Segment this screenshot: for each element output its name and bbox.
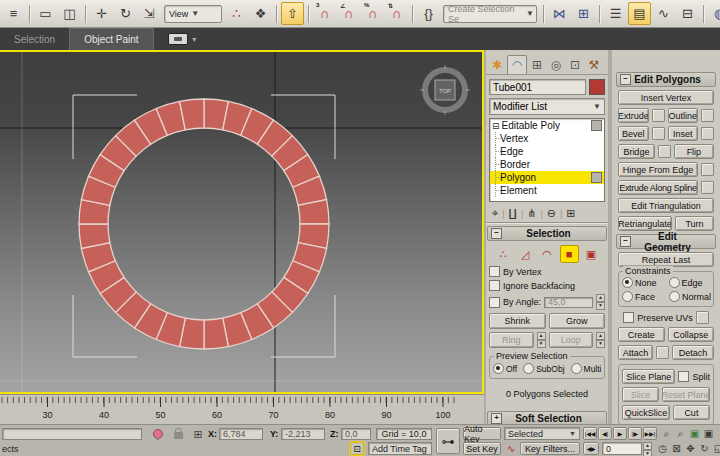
constraint-face-radio[interactable]	[622, 291, 633, 302]
key-filters-button[interactable]: Key Filters...	[520, 442, 580, 455]
selection-rollout-header[interactable]: − Selection	[487, 226, 607, 241]
stack-item-border[interactable]: Border	[490, 158, 604, 171]
current-frame-field[interactable]: 0	[602, 442, 642, 455]
pin-stack-icon[interactable]: ⌖	[492, 207, 498, 220]
object-color-swatch[interactable]	[589, 79, 605, 95]
frame-spinner[interactable]: ▲▼	[643, 442, 652, 456]
preserve-uvs-settings-icon[interactable]	[696, 311, 709, 324]
y-coordinate-field[interactable]: -2,213	[281, 428, 325, 440]
turn-button[interactable]: Turn	[675, 216, 714, 231]
new-key-default-in-out-tangents-icon[interactable]: ∿	[504, 442, 518, 455]
set-key-button[interactable]: Set Key	[463, 442, 501, 455]
use-center-flyout-icon[interactable]: ∴	[225, 2, 248, 25]
snap-toggle-3d-icon[interactable]: ∩3	[313, 2, 336, 25]
orbit-icon[interactable]: ↻	[698, 442, 711, 455]
edit-triangulation-button[interactable]: Edit Triangulation	[618, 198, 714, 213]
ribbon-tab-object-paint[interactable]: Object Paint	[69, 28, 153, 50]
extrude-button[interactable]: Extrude	[618, 108, 649, 123]
edit-named-selection-sets-icon[interactable]: {}	[417, 2, 440, 25]
bridge-button[interactable]: Bridge	[618, 144, 655, 159]
inset-button[interactable]: Inset	[668, 126, 699, 141]
layer-manager-icon[interactable]: ☰	[604, 2, 627, 25]
stack-item-polygon[interactable]: Polygon	[490, 171, 604, 184]
reset-plane-button[interactable]: Reset Plane	[662, 387, 710, 402]
vertex-subobject-icon[interactable]: ∴	[494, 245, 513, 263]
make-unique-icon[interactable]: ⋔	[527, 207, 536, 220]
select-by-name-icon[interactable]: ≡	[2, 2, 25, 25]
hinge-settings-icon[interactable]	[701, 163, 714, 176]
select-and-scale-icon[interactable]: ⇲	[138, 2, 161, 25]
set-keys-button[interactable]: ⊶	[436, 428, 460, 454]
bridge-settings-icon[interactable]	[658, 145, 671, 158]
previous-frame-button[interactable]: ◀|	[598, 427, 612, 440]
modify-tab[interactable]: ◠	[507, 55, 527, 74]
inset-settings-icon[interactable]	[701, 127, 714, 140]
select-and-rotate-icon[interactable]: ↻	[114, 2, 137, 25]
loop-button[interactable]: Loop	[549, 332, 594, 348]
zoom-region-icon[interactable]: ⊠	[670, 442, 683, 455]
bevel-button[interactable]: Bevel	[618, 126, 649, 141]
ring-button[interactable]: Ring	[489, 332, 534, 348]
extrude-along-spline-settings-icon[interactable]	[701, 181, 714, 194]
preview-multi-radio[interactable]	[571, 363, 582, 374]
ribbon-tab-selection[interactable]: Selection	[0, 28, 69, 50]
absolute-offset-mode-icon[interactable]: ⊞	[190, 427, 206, 441]
tube-object[interactable]	[79, 99, 329, 349]
extrude-along-spline-button[interactable]: Extrude Along Spline	[618, 180, 698, 195]
ignore-backfacing-checkbox[interactable]	[489, 280, 500, 291]
detach-button[interactable]: Detach	[672, 345, 714, 360]
curve-editor-icon[interactable]: ∿	[652, 2, 675, 25]
track-bar[interactable]: 30405060708090100	[0, 394, 484, 425]
preserve-uvs-checkbox[interactable]	[623, 312, 634, 323]
flip-button[interactable]: Flip	[674, 144, 714, 159]
border-subobject-icon[interactable]: ◠	[538, 245, 557, 263]
zoom-extents-icon[interactable]: ▣	[688, 427, 701, 440]
stack-item-editable-poly[interactable]: ⊟Editable Poly	[490, 119, 604, 132]
attach-settings-icon[interactable]	[656, 346, 669, 359]
preview-off-radio[interactable]	[493, 363, 504, 374]
edit-geometry-header[interactable]: − Edit Geometry	[616, 234, 716, 249]
window-crossing-toggle-icon[interactable]: ◫	[58, 2, 81, 25]
dialog-toggle-icon[interactable]: ⊡	[350, 442, 364, 455]
element-subobject-icon[interactable]: ▣	[582, 245, 601, 263]
constraint-none-radio[interactable]	[622, 277, 633, 288]
edit-polygons-header[interactable]: − Edit Polygons	[616, 72, 716, 87]
add-time-tag[interactable]: Add Time Tag	[368, 442, 432, 455]
auto-key-button[interactable]: Auto Key	[463, 427, 501, 440]
quickslice-button[interactable]: QuickSlice	[622, 405, 670, 420]
split-checkbox[interactable]	[678, 371, 689, 382]
motion-tab[interactable]: ◎	[547, 56, 565, 74]
display-tab[interactable]: ⊡	[566, 56, 584, 74]
cut-button[interactable]: Cut	[673, 405, 710, 420]
outline-button[interactable]: Outline	[668, 108, 699, 123]
by-angle-field[interactable]: 45,0	[544, 297, 593, 308]
remove-modifier-icon[interactable]: ⊖	[547, 207, 556, 220]
hinge-from-edge-button[interactable]: Hinge From Edge	[618, 162, 698, 177]
stack-item-edge[interactable]: Edge	[490, 145, 604, 158]
soft-selection-rollout-header[interactable]: + Soft Selection	[487, 411, 607, 424]
z-coordinate-field[interactable]: 0,0	[341, 428, 371, 440]
layer-explorer-icon[interactable]: ▤	[628, 2, 651, 25]
select-and-move-icon[interactable]: ✛	[90, 2, 113, 25]
maximize-viewport-icon[interactable]: ◱	[712, 442, 720, 455]
slice-plane-button[interactable]: Slice Plane	[622, 369, 675, 384]
percent-snap-icon[interactable]: ∩%	[361, 2, 384, 25]
go-to-start-button[interactable]: |◀◀	[583, 427, 597, 440]
align-icon[interactable]: ⊞	[572, 2, 595, 25]
by-vertex-checkbox[interactable]	[489, 266, 500, 277]
ring-spinner[interactable]: ▲▼	[537, 332, 546, 348]
configure-modifier-sets-icon[interactable]: ⊞	[566, 207, 575, 220]
show-end-result-icon[interactable]: ∐	[509, 207, 517, 220]
collapse-button[interactable]: Collapse	[668, 327, 715, 342]
repeat-last-button[interactable]: Repeat Last	[618, 252, 714, 267]
mirror-icon[interactable]: ⋈	[548, 2, 571, 25]
stack-item-vertex[interactable]: Vertex	[490, 132, 604, 145]
by-angle-spinner[interactable]: ▲▼	[596, 294, 605, 310]
stack-item-element[interactable]: Element	[490, 184, 604, 197]
by-angle-checkbox[interactable]	[489, 297, 500, 308]
preview-subobj-radio[interactable]	[523, 363, 534, 374]
slice-button[interactable]: Slice	[622, 387, 659, 402]
object-name-field[interactable]: Tube001	[489, 79, 586, 95]
x-coordinate-field[interactable]: 6,784	[219, 428, 263, 440]
grow-button[interactable]: Grow	[549, 313, 606, 329]
